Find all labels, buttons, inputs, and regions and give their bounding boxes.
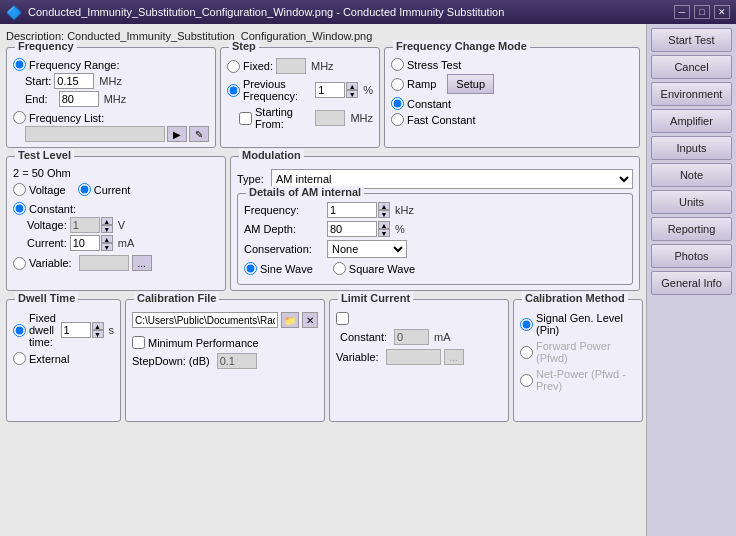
frequency-range-radio[interactable]: [13, 58, 26, 71]
general-info-button[interactable]: General Info: [651, 271, 732, 295]
am-depth-unit: %: [395, 223, 405, 235]
forward-power-label: Forward Power (Pfwd): [536, 340, 636, 364]
starting-from-input[interactable]: [315, 110, 345, 126]
start-test-button[interactable]: Start Test: [651, 28, 732, 52]
starting-from-unit: MHz: [350, 112, 373, 124]
voltage-up[interactable]: ▲: [101, 217, 113, 225]
maximize-button[interactable]: □: [694, 5, 710, 19]
external-dwell-radio[interactable]: [13, 352, 26, 365]
freq-change-mode-label: Frequency Change Mode: [393, 40, 530, 52]
dwell-down[interactable]: ▼: [92, 330, 104, 338]
current-up[interactable]: ▲: [101, 235, 113, 243]
photos-button[interactable]: Photos: [651, 244, 732, 268]
freq-list-browse-btn[interactable]: ▶: [167, 126, 187, 142]
limit-current-group: Limit Current Constant: mA Variable: ...: [329, 299, 509, 422]
frequency-list-radio[interactable]: [13, 111, 26, 124]
voltage-value-input[interactable]: [70, 217, 100, 233]
step-down-input[interactable]: [217, 353, 257, 369]
lc-variable-input[interactable]: [386, 349, 441, 365]
title-bar: 🔷 Conducted_Immunity_Substitution_Config…: [0, 0, 736, 24]
ramp-radio[interactable]: [391, 78, 404, 91]
frequency-list-label: Frequency List:: [29, 112, 104, 124]
net-power-radio[interactable]: [520, 374, 533, 387]
limit-current-check[interactable]: [336, 312, 349, 325]
freq-list-edit-btn[interactable]: ✎: [189, 126, 209, 142]
inputs-button[interactable]: Inputs: [651, 136, 732, 160]
modulation-group: Modulation Type: AM internal Details of …: [230, 156, 640, 291]
variable-tl-btn[interactable]: ...: [132, 255, 152, 271]
current-down[interactable]: ▼: [101, 243, 113, 251]
conservation-select[interactable]: None: [327, 240, 407, 258]
prev-freq-down[interactable]: ▼: [346, 90, 358, 98]
variable-tl-radio[interactable]: [13, 257, 26, 270]
constant-label: Constant: [407, 98, 451, 110]
voltage-radio[interactable]: [13, 183, 26, 196]
cancel-button[interactable]: Cancel: [651, 55, 732, 79]
starting-from-check[interactable]: [239, 112, 252, 125]
square-wave-label: Square Wave: [349, 263, 415, 275]
min-perf-check[interactable]: [132, 336, 145, 349]
setup-button[interactable]: Setup: [447, 74, 494, 94]
test-level-group: Test Level 2 = 50 Ohm Voltage Current: [6, 156, 226, 291]
forward-power-radio[interactable]: [520, 346, 533, 359]
prev-freq-radio[interactable]: [227, 84, 240, 97]
lc-constant-input[interactable]: [394, 329, 429, 345]
limit-current-label: Limit Current: [338, 292, 413, 304]
current-radio[interactable]: [78, 183, 91, 196]
end-label: End:: [25, 93, 48, 105]
am-freq-input[interactable]: [327, 202, 377, 218]
variable-tl-input[interactable]: [79, 255, 129, 271]
fixed-dwell-input[interactable]: [61, 322, 91, 338]
start-input[interactable]: [54, 73, 94, 89]
calib-clear-btn[interactable]: ✕: [302, 312, 318, 328]
am-freq-up[interactable]: ▲: [378, 202, 390, 210]
dwell-up[interactable]: ▲: [92, 322, 104, 330]
prev-freq-input[interactable]: [315, 82, 345, 98]
constant-tl-label: Constant:: [29, 203, 76, 215]
current-unit: mA: [118, 237, 135, 249]
variable-tl-label: Variable:: [29, 257, 72, 269]
reporting-button[interactable]: Reporting: [651, 217, 732, 241]
fixed-dwell-radio[interactable]: [13, 324, 26, 337]
type-label: Type:: [237, 173, 264, 185]
end-input[interactable]: [59, 91, 99, 107]
amplifier-button[interactable]: Amplifier: [651, 109, 732, 133]
am-freq-down[interactable]: ▼: [378, 210, 390, 218]
signal-gen-radio[interactable]: [520, 318, 533, 331]
fixed-input[interactable]: [276, 58, 306, 74]
fixed-radio[interactable]: [227, 60, 240, 73]
frequency-list-input[interactable]: [25, 126, 165, 142]
am-depth-label: AM Depth:: [244, 223, 324, 235]
minimize-button[interactable]: ─: [674, 5, 690, 19]
stress-test-radio[interactable]: [391, 58, 404, 71]
prev-freq-up[interactable]: ▲: [346, 82, 358, 90]
units-button[interactable]: Units: [651, 190, 732, 214]
freq-change-mode-group: Frequency Change Mode Stress Test Ramp S…: [384, 47, 640, 148]
lc-variable-btn[interactable]: ...: [444, 349, 464, 365]
stress-test-label: Stress Test: [407, 59, 461, 71]
am-depth-input[interactable]: [327, 221, 377, 237]
current-value-input[interactable]: [70, 235, 100, 251]
constant-radio[interactable]: [391, 97, 404, 110]
calibration-method-group: Calibration Method Signal Gen. Level (Pi…: [513, 299, 643, 422]
sine-wave-radio[interactable]: [244, 262, 257, 275]
start-unit: MHz: [99, 75, 122, 87]
close-button[interactable]: ✕: [714, 5, 730, 19]
voltage-down[interactable]: ▼: [101, 225, 113, 233]
square-wave-radio[interactable]: [333, 262, 346, 275]
fast-constant-radio[interactable]: [391, 113, 404, 126]
calibration-file-label: Calibration File: [134, 292, 219, 304]
am-depth-up[interactable]: ▲: [378, 221, 390, 229]
current-label: Current: [94, 184, 131, 196]
calibration-file-input[interactable]: [132, 312, 278, 328]
constant-tl-radio[interactable]: [13, 202, 26, 215]
environment-button[interactable]: Environment: [651, 82, 732, 106]
am-depth-down[interactable]: ▼: [378, 229, 390, 237]
calib-browse-btn[interactable]: 📁: [281, 312, 299, 328]
calibration-method-label: Calibration Method: [522, 292, 628, 304]
sidebar: Start Test Cancel Environment Amplifier …: [646, 24, 736, 536]
note-button[interactable]: Note: [651, 163, 732, 187]
modulation-label: Modulation: [239, 149, 304, 161]
voltage-unit: V: [118, 219, 125, 231]
min-perf-label: Minimum Performance: [148, 337, 259, 349]
